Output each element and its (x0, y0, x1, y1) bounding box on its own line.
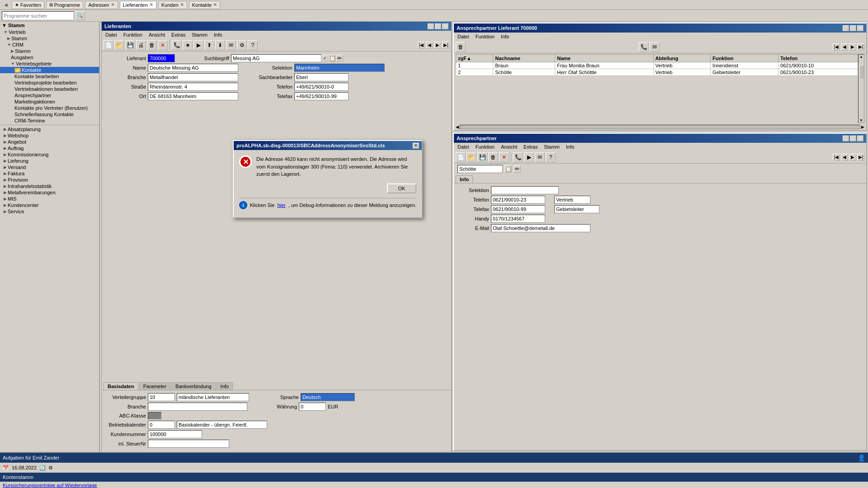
error-dialog: proALPHA.sb-disg-000013/SBCAddressAnonym… (233, 140, 423, 218)
dialog-message: Die Adresse 4620 kann nicht anonymisiert… (256, 155, 416, 178)
ok-button[interactable]: OK (387, 183, 416, 193)
dialog-body: ✕ Die Adresse 4620 kann nicht anonymisie… (234, 150, 422, 217)
dialog-error-row: ✕ Die Adresse 4620 kann nicht anonymisie… (239, 155, 416, 178)
dialog-close-btn[interactable]: ✕ (413, 143, 419, 149)
error-icon: ✕ (239, 155, 252, 168)
dialog-title-text: proALPHA.sb-disg-000013/SBCAddressAnonym… (236, 143, 385, 148)
dialog-info-row: i Klicken Sie hier , um Debug-Informatio… (239, 198, 416, 212)
dialog-ok-row: OK (239, 183, 416, 193)
info-icon: i (239, 201, 247, 209)
info-text-after: , um Debug-Informationen zu dieser Meldu… (288, 202, 416, 208)
dialog-overlay: proALPHA.sb-disg-000013/SBCAddressAnonym… (0, 0, 868, 488)
info-link[interactable]: hier (277, 202, 285, 208)
dialog-title-bar: proALPHA.sb-disg-000013/SBCAddressAnonym… (234, 141, 422, 150)
info-text-before: Klicken Sie (250, 202, 274, 208)
